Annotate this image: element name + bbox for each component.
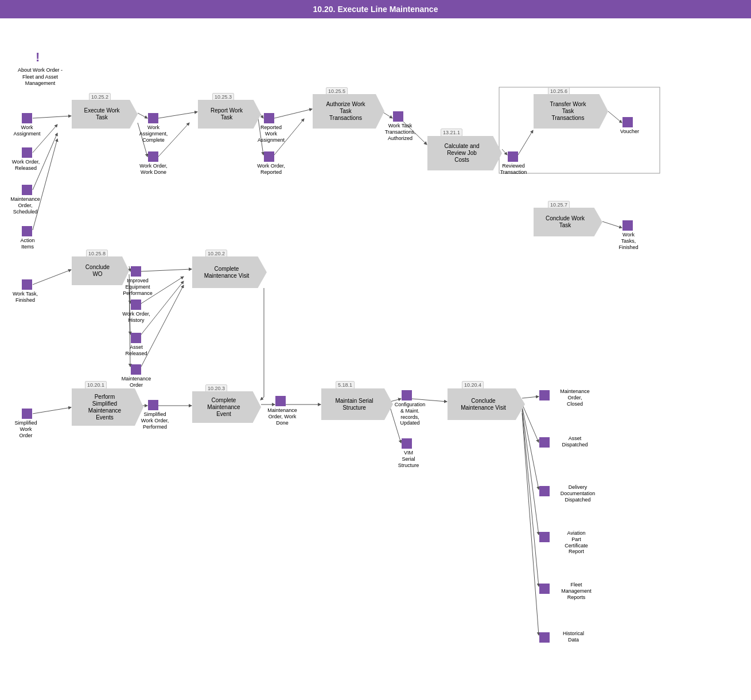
node-label-simplified-work-order-performed: SimplifiedWork Order,Performed [132, 411, 178, 430]
node-maintenance-order [131, 364, 141, 375]
node-simplified-work-order [22, 409, 32, 419]
node-work-assignment [22, 113, 32, 123]
process-label-1321-1: 13.21.1 [441, 129, 462, 137]
node-label-maintenance-order-work-done: MaintenanceOrder, WorkDone [259, 407, 305, 426]
node-label-work-order-work-done: Work Order,Work Done [132, 163, 175, 176]
node-maintenance-order-work-done [275, 396, 286, 406]
svg-line-7 [158, 112, 197, 118]
process-conclude-maintenance-visit[interactable]: ConcludeMaintenance Visit [448, 388, 525, 420]
about-label: About Work Order -Fleet and AssetManagem… [11, 67, 69, 87]
process-label-1020-2: 10.20.2 [205, 250, 227, 258]
svg-line-41 [522, 409, 539, 535]
node-label-work-order-released: Work Order,Released [6, 159, 46, 172]
diagram-container: ! About Work Order -Fleet and AssetManag… [0, 18, 751, 695]
process-label-1025-3: 10.25.3 [212, 93, 234, 101]
node-label-work-order-history: Work Order,History [115, 311, 158, 324]
node-historical-data [539, 632, 550, 643]
header-title: 10.20. Execute Line Maintenance [313, 5, 438, 14]
svg-line-1 [33, 116, 71, 118]
process-label-1025-7: 10.25.7 [548, 201, 570, 209]
svg-line-30 [33, 407, 71, 414]
node-reviewed-transaction [508, 151, 518, 162]
process-label-1020-1: 10.20.1 [85, 381, 107, 389]
process-complete-maintenance-visit[interactable]: CompleteMaintenance Visit [192, 256, 267, 288]
page-header: 10.20. Execute Line Maintenance [0, 0, 751, 18]
node-aviation-part-certificate [539, 532, 550, 542]
node-label-delivery-documentation-dispatched: DeliveryDocumentationDispatched [552, 484, 604, 503]
svg-line-4 [33, 139, 57, 230]
node-label-asset-released: AssetReleased [115, 344, 158, 357]
process-label-1025-2: 10.25.2 [89, 93, 111, 101]
node-label-simplified-work-order: SimplifiedWorkOrder [6, 420, 46, 438]
svg-line-11 [274, 109, 312, 118]
node-label-voucher: Voucher [611, 129, 648, 135]
process-complete-maintenance-event[interactable]: CompleteMaintenanceEvent [192, 391, 261, 423]
svg-line-15 [502, 149, 507, 155]
process-label-518-1: 5.18.1 [336, 381, 355, 389]
node-maintenance-order-scheduled [22, 185, 32, 195]
node-asset-released [131, 333, 141, 343]
node-label-reviewed-transaction: ReviewedTransaction [491, 163, 536, 176]
process-label-1025-6: 10.25.6 [548, 87, 570, 95]
node-label-maintenance-order-closed: MaintenanceOrder,Closed [552, 388, 598, 407]
process-label-1020-3: 10.20.3 [205, 384, 227, 392]
node-vim-serial-structure [402, 438, 412, 449]
svg-line-19 [33, 270, 71, 285]
svg-line-24 [141, 269, 192, 271]
node-label-action-items: ActionItems [10, 238, 45, 250]
node-label-fleet-management-reports: FleetManagementReports [552, 582, 601, 600]
svg-line-29 [260, 397, 264, 400]
svg-line-20 [129, 266, 130, 271]
process-transfer-work-task[interactable]: Transfer WorkTaskTransactions [534, 94, 608, 129]
node-label-work-tasks-finished: WorkTasks,Finished [607, 232, 650, 250]
node-label-config-maint-updated: Configuration& Maint.records,Updated [386, 402, 434, 426]
node-label-vim-serial-structure: VIMSerialStructure [386, 450, 431, 468]
svg-line-18 [602, 221, 622, 228]
info-icon: ! [36, 50, 40, 65]
node-label-maintenance-order: MaintenanceOrder [115, 376, 158, 388]
node-voucher [622, 117, 633, 127]
node-maintenance-order-closed [539, 390, 550, 400]
process-conclude-work-task[interactable]: Conclude WorkTask [534, 208, 602, 236]
svg-line-38 [522, 396, 539, 398]
process-label-1025-8: 10.25.8 [86, 250, 108, 258]
node-work-task-transactions-authorized [393, 111, 403, 122]
node-fleet-management-reports [539, 584, 550, 594]
node-label-maintenance-order-scheduled: MaintenanceOrder,Scheduled [5, 196, 46, 215]
svg-line-42 [522, 411, 539, 586]
node-label-work-order-reported: Work Order,Reported [250, 163, 293, 176]
svg-line-16 [518, 130, 533, 155]
node-work-order-work-done [148, 151, 158, 162]
node-label-asset-dispatched: AssetDispatched [552, 435, 598, 448]
process-label-1020-4: 10.20.4 [462, 381, 484, 389]
node-work-tasks-finished [622, 220, 633, 231]
node-delivery-documentation-dispatched [539, 486, 550, 496]
node-label-work-assignment-complete: WorkAssignment,Complete [132, 125, 175, 143]
node-label-historical-data: HistoricalData [552, 631, 595, 643]
node-config-maint-updated [402, 390, 412, 400]
node-work-task-finished [22, 279, 32, 290]
svg-line-17 [608, 111, 622, 123]
process-authorize-work-task[interactable]: Authorize WorkTaskTransactions [313, 94, 384, 129]
node-label-work-task-transactions-authorized: Work TaskTransactions,Authorized [376, 123, 425, 141]
node-label-work-task-finished: Work Task,Finished [6, 291, 45, 304]
svg-line-39 [522, 404, 539, 442]
node-label-work-assignment: WorkAssignment [8, 125, 46, 137]
node-label-aviation-part-certificate: AviationPartCertificateReport [552, 530, 601, 555]
svg-line-40 [522, 406, 539, 489]
node-work-order-history [131, 300, 141, 310]
svg-line-5 [138, 113, 147, 118]
process-execute-work-task[interactable]: Execute WorkTask [72, 100, 138, 129]
process-label-1025-5: 10.25.5 [326, 87, 348, 95]
node-work-order-reported [264, 151, 274, 162]
node-action-items [22, 226, 32, 236]
node-simplified-work-order-performed [148, 400, 158, 410]
node-work-assignment-complete [148, 113, 158, 123]
process-maintain-serial[interactable]: Maintain SerialStructure [321, 388, 393, 420]
node-work-order-released [22, 147, 32, 158]
node-asset-dispatched [539, 437, 550, 448]
node-improved-equipment-performance [131, 266, 141, 277]
node-label-reported-work-assignment: ReportedWorkAssignment [250, 125, 293, 143]
svg-line-43 [522, 413, 539, 635]
node-label-improved-equipment-performance: ImprovedEquipmentPerformance [115, 278, 161, 296]
